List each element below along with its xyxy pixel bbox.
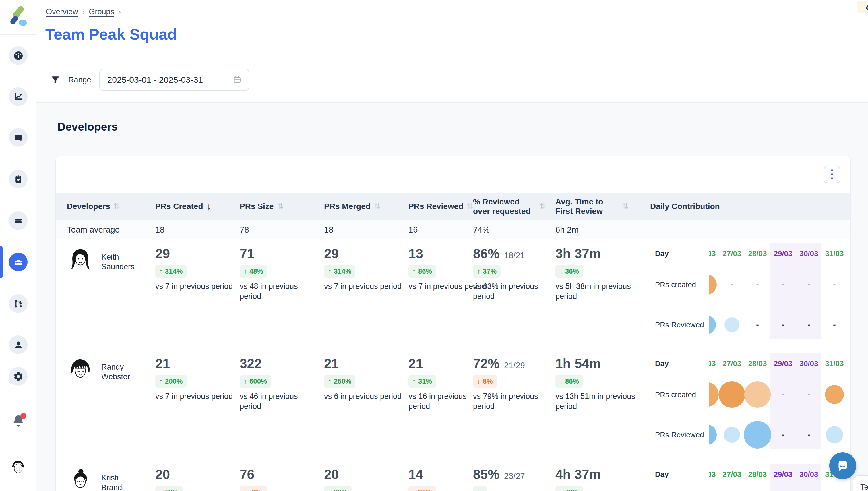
column-header-pct-reviewed[interactable]: % Reviewed over requested⇅: [473, 193, 546, 220]
metric-cell-prs-size: 76 ↓70%: [240, 460, 324, 491]
daily-date: 30/03: [795, 464, 822, 484]
daily-day-label: Day: [655, 464, 708, 484]
developer-avatar: [68, 248, 93, 272]
previous-period-note: vs 63% in previous period: [473, 281, 553, 301]
tooltip: Team: [853, 475, 868, 491]
sidebar-item-teams[interactable]: [9, 253, 28, 271]
contribution-bubble: [709, 274, 717, 295]
previous-period-note: vs 7 in previous period: [155, 281, 236, 291]
user-avatar[interactable]: [9, 459, 28, 478]
daily-reviewed-cell: -: [769, 310, 797, 339]
trend-arrow-icon: ↓: [560, 488, 563, 491]
delta-badge: ↓86%: [556, 375, 583, 388]
daily-reviewed-cell: -: [744, 310, 771, 339]
app-logo[interactable]: [0, 0, 36, 35]
metric-value: 72%21/29: [473, 356, 525, 371]
daily-created-cell: -: [769, 270, 797, 299]
table-menu-button[interactable]: [824, 166, 840, 183]
sidebar-item-pull-requests[interactable]: [9, 294, 28, 313]
team-average-row: Team average 18 78 18 16 74% 6h 2m: [56, 220, 850, 239]
metric-value: 20: [324, 467, 339, 482]
page-title: Team Peak Squad: [46, 25, 177, 43]
sort-icon: ⇅: [622, 202, 628, 211]
sidebar-item-sprints[interactable]: [9, 211, 28, 230]
daily-created-cell: -: [795, 380, 822, 409]
column-header-prs-size[interactable]: PRs Size⇅: [240, 193, 283, 220]
contribution-bubble: [709, 382, 719, 407]
contribution-bubble: [744, 381, 771, 408]
line-chart-icon: [13, 92, 24, 102]
previous-period-note: vs 6 in previous period: [324, 392, 405, 401]
developer-name: KristiBrandt: [101, 473, 124, 491]
chat-launcher-button[interactable]: [829, 452, 856, 479]
metric-value: 71: [240, 246, 254, 261]
team-average-label: Team average: [67, 220, 120, 239]
metric-value: 76: [240, 467, 254, 482]
trend-arrow-icon: ↑: [477, 267, 480, 276]
breadcrumb-overview[interactable]: Overview: [46, 7, 78, 16]
column-header-avg-time[interactable]: Avg. Time to First Review⇅: [556, 193, 628, 220]
date-range-value: 2025-03-01 - 2025-03-31: [107, 75, 203, 85]
daily-date: 29/03: [769, 243, 797, 264]
column-header-prs-reviewed[interactable]: PRs Reviewed⇅: [409, 193, 473, 220]
delta-badge: ↑314%: [155, 265, 186, 278]
rows-icon: [13, 215, 24, 226]
daily-contribution-grid: 26/03 27/03 28/03 29/03 30/03 31/03 - - …: [709, 239, 847, 339]
review-ratio: 23/27: [504, 471, 525, 481]
delta-badge: ↑37%: [473, 265, 501, 278]
daily-grid-divider: [709, 243, 709, 339]
metric-value: 1h 54m: [556, 356, 601, 371]
sidebar-item-feedback[interactable]: [9, 128, 28, 147]
delta-badge: ↓8%: [473, 375, 497, 388]
delta-badge: ↓36%: [556, 265, 583, 278]
sidebar-item-tasks[interactable]: [9, 170, 28, 189]
metric-cell-prs-merged: 20 ↑82%: [324, 460, 408, 491]
developer-avatar: [68, 357, 93, 382]
sort-icon: ⇅: [467, 202, 473, 211]
daily-created-cell: -: [795, 270, 822, 299]
sidebar-item-dashboard[interactable]: [9, 46, 28, 65]
metric-cell-avg-time: 3h 37m ↓36% vs 5h 38m in previous period: [556, 239, 639, 350]
breadcrumb-groups[interactable]: Groups: [89, 7, 115, 16]
metric-value: 20: [155, 467, 170, 482]
range-label: Range: [68, 76, 91, 84]
daily-date: 31/03: [820, 353, 847, 374]
previous-period-note: vs 79% in previous period: [473, 392, 553, 411]
notifications-button[interactable]: [10, 413, 27, 430]
sort-icon: ⇅: [277, 202, 283, 211]
daily-date: 29/03: [769, 353, 797, 374]
column-header-prs-created[interactable]: PRs Created↓: [155, 193, 211, 220]
sidebar-item-reports[interactable]: [9, 87, 28, 106]
daily-date: 27/03: [718, 353, 746, 374]
daily-created-cell: -: [769, 380, 797, 409]
daily-date: 27/03: [718, 464, 746, 484]
team-average-prs-merged: 18: [324, 220, 333, 239]
daily-reviewed-cell: [718, 310, 746, 339]
column-header-developers[interactable]: Developers⇅: [67, 193, 120, 220]
contribution-bubble: [826, 426, 843, 443]
trend-arrow-icon: ↓: [244, 488, 247, 491]
delta-badge: ↑250%: [324, 375, 355, 388]
active-nav-indicator: [0, 246, 3, 278]
sort-desc-icon: ↓: [207, 202, 211, 211]
user-avatar-image: [9, 459, 28, 478]
table-row: KeithSaunders 29 ↑314% vs 7 in previous …: [56, 239, 850, 350]
logo-icon: [7, 6, 30, 28]
trend-arrow-icon: ↑: [328, 377, 332, 385]
column-header-prs-merged[interactable]: PRs Merged⇅: [324, 193, 380, 220]
metric-value: 322: [240, 356, 262, 371]
filter-icon: [50, 75, 61, 85]
date-range-input[interactable]: 2025-03-01 - 2025-03-31: [99, 68, 249, 91]
developers-table-card: Developers⇅ PRs Created↓ PRs Size⇅ PRs M…: [55, 155, 851, 491]
sidebar-item-settings[interactable]: [9, 367, 28, 386]
metric-cell-prs-size: 71 ↑48% vs 48 in previous period: [240, 239, 324, 350]
previous-period-note: vs 46 in previous period: [240, 392, 320, 411]
collapse-panel-button[interactable]: ‹: [857, 1, 868, 13]
sidebar-item-profile[interactable]: [9, 336, 28, 354]
contribution-bubble: [825, 385, 844, 404]
daily-created-cell: [718, 380, 746, 409]
daily-reviewed-cell: [820, 421, 847, 449]
metric-cell-pct-reviewed: 85%23/27 ↑: [473, 460, 557, 491]
daily-day-label: Day: [655, 353, 708, 374]
daily-date: 28/03: [744, 353, 771, 374]
